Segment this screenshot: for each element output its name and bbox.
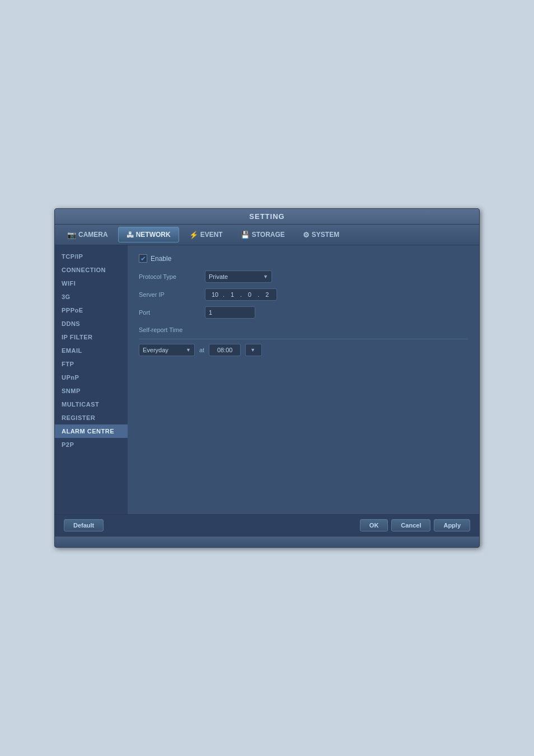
self-report-label: Self-report Time (139, 326, 182, 333)
enable-checkbox[interactable]: ✔ (139, 254, 147, 263)
sidebar-item-register[interactable]: REGISTER (55, 411, 128, 424)
tab-network-label: NETWORK (136, 231, 171, 239)
schedule-value: Everyday (143, 347, 168, 353)
time-input[interactable] (209, 344, 241, 356)
default-button[interactable]: Default (64, 519, 104, 531)
ip-dot-2: . (240, 291, 242, 298)
network-icon (127, 230, 134, 239)
footer-left: Default (64, 519, 104, 531)
tab-camera-label: CAMERA (78, 231, 108, 239)
tab-camera[interactable]: CAMERA (59, 227, 116, 242)
enable-label: Enable (151, 255, 171, 263)
sidebar-item-multicast[interactable]: MULTICAST (55, 398, 128, 411)
sidebar-item-ipfilter[interactable]: IP FILTER (55, 330, 128, 344)
ip-octet-3[interactable] (243, 291, 256, 298)
sidebar-item-email[interactable]: EMAIL (55, 344, 128, 357)
apply-button[interactable]: Apply (434, 519, 470, 531)
event-icon (189, 230, 198, 239)
cancel-button[interactable]: Cancel (391, 519, 430, 531)
time-arrow: ▼ (250, 347, 255, 353)
schedule-row: Everyday ▼ at ▼ (139, 344, 468, 356)
content-area: ✔ Enable Protocol Type Private ▼ Server … (128, 245, 479, 514)
time-value[interactable] (212, 347, 237, 353)
protocol-type-label: Protocol Type (139, 273, 200, 280)
port-label: Port (139, 309, 200, 316)
server-ip-label: Server IP (139, 291, 200, 298)
sidebar-item-connection[interactable]: CONNECTION (55, 263, 128, 277)
page-background: SETTING CAMERA NETWORK EVENT STORAGE (0, 0, 534, 756)
port-input[interactable] (205, 306, 255, 319)
divider (139, 339, 468, 339)
sidebar-item-ddns[interactable]: DDNS (55, 317, 128, 330)
tab-storage[interactable]: STORAGE (233, 227, 293, 242)
ip-octet-2[interactable] (226, 291, 239, 298)
tab-storage-label: STORAGE (252, 231, 285, 239)
dialog-title: SETTING (249, 212, 284, 221)
protocol-type-value: Private (209, 273, 228, 280)
tab-event-label: EVENT (200, 231, 223, 239)
sidebar-item-ftp[interactable]: FTP (55, 357, 128, 371)
system-icon (303, 230, 310, 239)
ok-button[interactable]: OK (360, 519, 388, 531)
sidebar-item-alarmcentre[interactable]: ALARM CENTRE (55, 424, 128, 438)
tab-bar: CAMERA NETWORK EVENT STORAGE SYSTEM (55, 225, 479, 245)
sidebar-item-pppoe[interactable]: PPPoE (55, 304, 128, 317)
sidebar-item-tcpip[interactable]: TCP/IP (55, 250, 128, 263)
footer-bar: Default OK Cancel Apply (55, 514, 479, 536)
schedule-select[interactable]: Everyday ▼ (139, 344, 195, 356)
server-ip-input[interactable]: . . . (205, 288, 277, 301)
port-row: Port (139, 306, 468, 319)
bottom-bar (55, 536, 479, 547)
camera-icon (67, 230, 76, 239)
tab-network[interactable]: NETWORK (118, 227, 179, 242)
sidebar-item-wifi[interactable]: WIFI (55, 277, 128, 290)
settings-dialog: SETTING CAMERA NETWORK EVENT STORAGE (54, 208, 480, 548)
ip-octet-4[interactable] (260, 291, 274, 298)
enable-row: ✔ Enable (139, 254, 468, 263)
self-report-row: Self-report Time (139, 324, 468, 337)
server-ip-row: Server IP . . . (139, 288, 468, 301)
protocol-type-arrow: ▼ (263, 274, 268, 279)
sidebar-item-p2p[interactable]: P2P (55, 438, 128, 451)
protocol-type-select[interactable]: Private ▼ (205, 270, 272, 283)
ip-octet-1[interactable] (208, 291, 222, 298)
tab-system-label: SYSTEM (312, 231, 339, 239)
at-label: at (199, 347, 204, 353)
schedule-arrow: ▼ (186, 347, 191, 353)
tab-system[interactable]: SYSTEM (295, 227, 347, 242)
main-content: TCP/IP CONNECTION WIFI 3G PPPoE DDNS (55, 245, 479, 514)
ip-dot-1: . (223, 291, 224, 298)
sidebar: TCP/IP CONNECTION WIFI 3G PPPoE DDNS (55, 245, 128, 514)
ip-dot-3: . (257, 291, 259, 298)
dialog-title-bar: SETTING (55, 209, 479, 225)
storage-icon (241, 230, 250, 239)
sidebar-item-snmp[interactable]: SNMP (55, 384, 128, 398)
tab-event[interactable]: EVENT (181, 227, 231, 242)
sidebar-item-3g[interactable]: 3G (55, 290, 128, 304)
sidebar-item-upnp[interactable]: UPnP (55, 371, 128, 384)
protocol-type-row: Protocol Type Private ▼ (139, 270, 468, 283)
footer-right: OK Cancel Apply (360, 519, 470, 531)
time-select[interactable]: ▼ (245, 344, 262, 356)
